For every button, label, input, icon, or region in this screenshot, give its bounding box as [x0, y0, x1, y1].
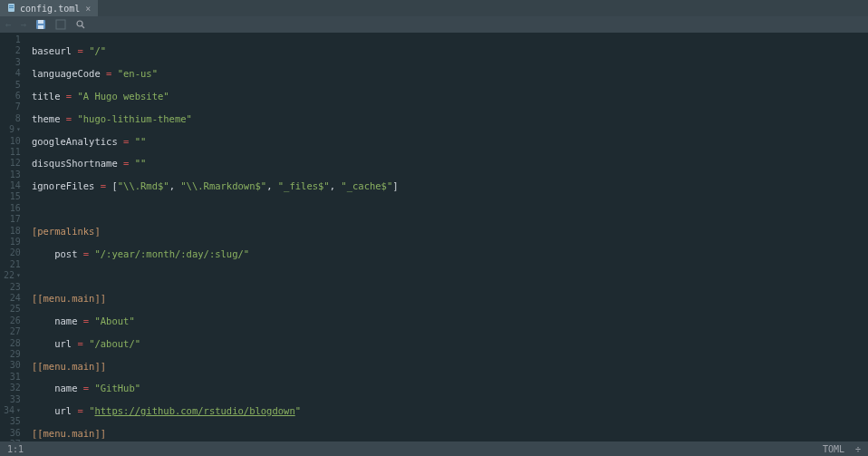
svg-rect-2	[9, 7, 14, 8]
line-number: 9▾	[4, 124, 21, 135]
line-number: 11	[4, 147, 21, 158]
svg-point-7	[77, 21, 82, 26]
gutter: 1 2 3 4 5 6 7 8 9▾ 10 11 12 13 14 15 16 …	[0, 33, 28, 441]
search-icon[interactable]	[75, 19, 86, 30]
line-number: 19	[4, 237, 21, 247]
line-number: 7	[4, 102, 21, 112]
line-number: 1	[4, 34, 21, 45]
line-number: 12	[4, 158, 21, 169]
line-number: 25	[4, 304, 21, 315]
line-number: 5	[4, 80, 21, 91]
svg-rect-6	[56, 20, 65, 29]
line-number: 35	[4, 416, 21, 427]
line-number: 8	[4, 113, 21, 124]
line-number: 10	[4, 136, 21, 147]
line-number: 14	[4, 180, 21, 191]
line-number: 2	[4, 45, 21, 56]
line-number: 17	[4, 214, 21, 225]
line-number: 26	[4, 315, 21, 326]
code-area[interactable]: baseurl = "/" languageCode = "en-us" tit…	[28, 33, 453, 441]
editor[interactable]: 1 2 3 4 5 6 7 8 9▾ 10 11 12 13 14 15 16 …	[0, 33, 868, 441]
line-number: 18	[4, 226, 21, 237]
line-number: 23	[4, 282, 21, 293]
line-number: 24	[4, 293, 21, 304]
tab-bar: config.toml ×	[0, 0, 868, 16]
svg-rect-5	[38, 25, 43, 29]
tab-config[interactable]: config.toml ×	[0, 0, 98, 16]
forward-icon[interactable]: →	[21, 19, 27, 31]
line-number: 31	[4, 372, 21, 383]
line-number: 34▾	[4, 405, 21, 416]
line-number: 15	[4, 191, 21, 202]
fold-icon[interactable]: ▾	[16, 270, 21, 281]
fold-icon[interactable]: ▾	[16, 405, 21, 416]
line-number: 28	[4, 338, 21, 349]
line-number: 13	[4, 170, 21, 180]
line-number: 36	[4, 428, 21, 439]
line-number: 30	[4, 360, 21, 371]
line-number: 3	[4, 57, 21, 68]
svg-rect-4	[38, 20, 43, 24]
cursor-position: 1:1	[7, 444, 24, 454]
line-number: 32	[4, 383, 21, 393]
close-icon[interactable]: ×	[85, 4, 91, 14]
file-icon	[7, 4, 16, 13]
pane-icon[interactable]	[55, 19, 66, 30]
svg-line-8	[82, 26, 85, 29]
line-number: 33	[4, 394, 21, 405]
line-number: 27	[4, 326, 21, 337]
back-icon[interactable]: ←	[5, 19, 12, 31]
tab-label: config.toml	[20, 4, 80, 14]
line-number: 20	[4, 247, 21, 258]
status-sep: ÷	[855, 444, 861, 454]
line-number: 4	[4, 68, 21, 79]
fold-icon[interactable]: ▾	[16, 124, 21, 135]
line-number: 16	[4, 203, 21, 214]
language-mode[interactable]: TOML	[823, 444, 844, 454]
line-number: 21	[4, 259, 21, 270]
status-bar: 1:1 TOML ÷	[0, 441, 868, 456]
svg-rect-1	[9, 5, 14, 6]
save-icon[interactable]	[35, 19, 46, 30]
toolbar: ← →	[0, 16, 868, 33]
line-number: 29	[4, 349, 21, 360]
line-number: 6	[4, 91, 21, 102]
line-number: 22▾	[4, 270, 21, 281]
